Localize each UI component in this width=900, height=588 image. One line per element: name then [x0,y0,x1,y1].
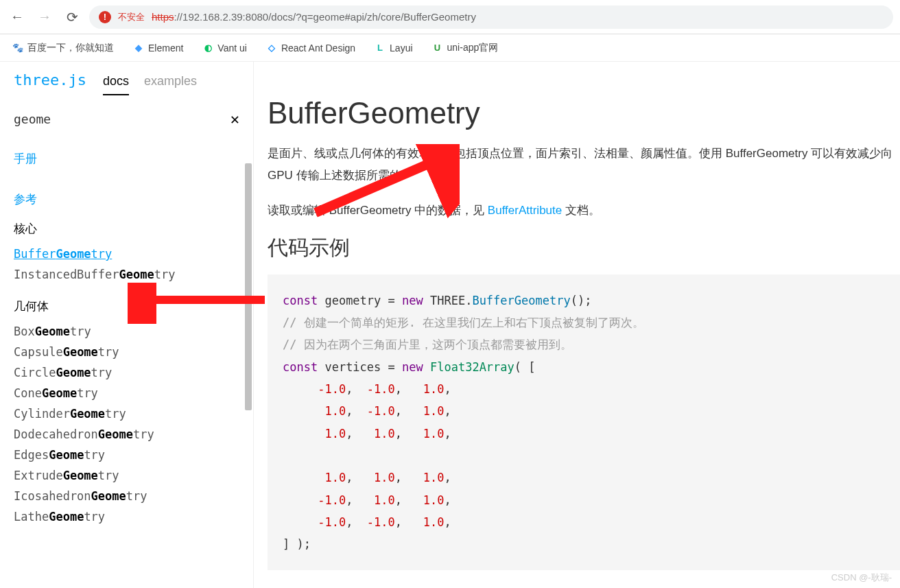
bookmark-label: 百度一下，你就知道 [27,42,114,54]
bookmark-icon: ◆ [133,43,144,54]
group-geometries: 几何体 [14,298,239,314]
bookmark-icon: L [375,43,386,54]
bookmark-item[interactable]: ◇React Ant Design [266,43,355,54]
sidebar-item[interactable]: CylinderGeometry [14,403,239,424]
bookmark-label: React Ant Design [281,43,355,54]
code-example-heading: 代码示例 [268,234,900,262]
bookmark-item[interactable]: 🐾百度一下，你就知道 [12,42,114,54]
content-pane: BufferGeometry 是面片、线或点几何体的有效表述。包括顶点位置，面片… [254,62,900,588]
sidebar-item[interactable]: ConeGeometry [14,383,239,403]
sidebar-tabs: docs examples [103,74,197,95]
tab-docs[interactable]: docs [103,74,129,95]
sidebar-item[interactable]: CircleGeometry [14,362,239,383]
back-button[interactable]: ← [7,9,27,25]
bookmark-label: Layui [390,43,412,54]
reload-button[interactable]: ⟳ [62,9,82,25]
tab-examples[interactable]: examples [144,74,197,95]
link-bufferattribute[interactable]: BufferAttribute [488,204,562,217]
section-manual[interactable]: 手册 [14,151,239,167]
sidebar-item[interactable]: EdgesGeometry [14,445,239,465]
bookmark-icon: ◇ [266,43,277,54]
sidebar-item[interactable]: DodecahedronGeometry [14,424,239,445]
sidebar-nav: 手册 参考 核心 BufferGeometryInstancedBufferGe… [0,128,253,588]
sidebar-item[interactable]: ExtrudeGeometry [14,465,239,486]
url-text: https://192.168.2.39:8080/docs/?q=geome#… [152,11,476,23]
bookmark-icon: 🐾 [12,43,23,54]
search-input[interactable]: geome [14,112,51,126]
forward-button[interactable]: → [34,9,55,25]
clear-search-icon[interactable]: ✕ [230,110,239,128]
bookmark-label: Element [148,43,183,54]
insecure-label: 不安全 [118,11,145,23]
brand-logo[interactable]: three.js [14,71,86,89]
docs-sidebar: three.js docs examples geome ✕ 手册 参考 核心 … [0,62,254,588]
sidebar-item[interactable]: BoxGeometry [14,321,239,342]
page-title: BufferGeometry [268,96,900,130]
browser-navbar: ← → ⟳ ! 不安全 https://192.168.2.39:8080/do… [0,0,900,34]
section-reference[interactable]: 参考 [14,191,239,207]
watermark: CSDN @-耿瑞- [831,572,892,584]
scrollbar-thumb[interactable] [245,163,252,410]
bookmarks-bar: 🐾百度一下，你就知道◆Element◐Vant ui◇React Ant Des… [0,34,900,62]
sidebar-item[interactable]: CapsuleGeometry [14,342,239,362]
group-core: 核心 [14,221,239,237]
bookmark-item[interactable]: LLayui [375,43,412,54]
bookmark-icon: U [432,43,443,54]
address-bar[interactable]: ! 不安全 https://192.168.2.39:8080/docs/?q=… [89,5,893,29]
insecure-icon: ! [99,11,111,23]
sidebar-item[interactable]: LatheGeometry [14,506,239,527]
code-block: const geometry = new THREE.BufferGeometr… [268,274,900,571]
sidebar-item[interactable]: BufferGeometry [14,244,239,264]
sidebar-item[interactable]: InstancedBufferGeometry [14,264,239,285]
bookmark-icon: ◐ [202,43,213,54]
bookmark-item[interactable]: ◆Element [133,43,183,54]
bookmark-label: Vant ui [217,43,247,54]
bookmark-label: uni-app官网 [447,42,499,54]
page-description-1: 是面片、线或点几何体的有效表述。包括顶点位置，面片索引、法相量、颜属性值。使用 … [268,143,900,187]
page-description-2: 读取或编辑 BufferGeometry 中的数据，见 BufferAttrib… [268,200,900,222]
bookmark-item[interactable]: Uuni-app官网 [432,42,499,54]
bookmark-item[interactable]: ◐Vant ui [202,43,247,54]
sidebar-item[interactable]: IcosahedronGeometry [14,486,239,506]
sidebar-scrollbar[interactable] [244,163,253,588]
